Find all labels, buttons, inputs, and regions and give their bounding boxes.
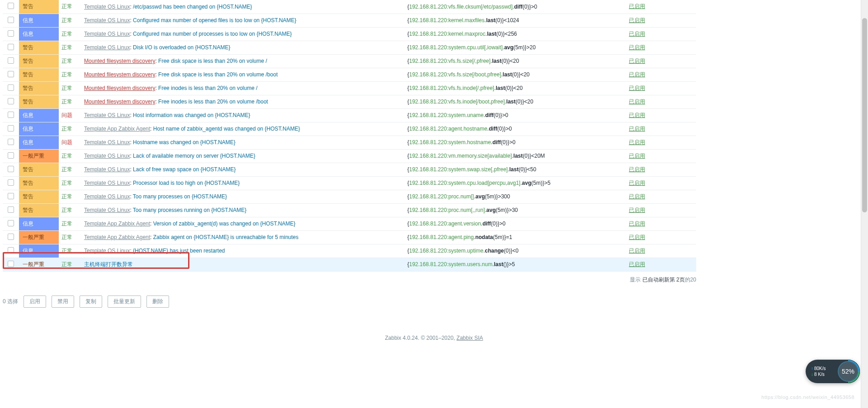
status-link[interactable]: 已启用 bbox=[629, 3, 645, 9]
source-link[interactable]: Template OS Linux bbox=[84, 112, 130, 118]
row-checkbox[interactable] bbox=[8, 57, 14, 64]
source-link[interactable]: Template OS Linux bbox=[84, 193, 130, 200]
status-link[interactable]: 已启用 bbox=[629, 31, 645, 37]
source-link[interactable]: Template OS Linux bbox=[84, 4, 130, 10]
item-key-link[interactable]: 192.168.81.220:vfs.fs.size[/,pfree] bbox=[409, 58, 491, 64]
row-checkbox[interactable] bbox=[8, 261, 14, 267]
item-key-link[interactable]: 192.168.81.220:vfs.fs.inode[/,pfree] bbox=[409, 85, 494, 91]
row-checkbox[interactable] bbox=[8, 220, 14, 226]
source-link[interactable]: Mounted filesystem discovery bbox=[84, 85, 155, 91]
source-link[interactable]: Template OS Linux bbox=[84, 207, 130, 213]
trigger-link[interactable]: Too many processes on {HOST.NAME} bbox=[133, 193, 227, 200]
source-link[interactable]: Mounted filesystem discovery bbox=[84, 98, 155, 105]
item-key-link[interactable]: 192.168.81.220:system.hostname bbox=[409, 139, 491, 145]
row-checkbox[interactable] bbox=[8, 112, 14, 118]
trigger-link[interactable]: Hostname was changed on {HOST.NAME} bbox=[133, 139, 236, 145]
status-link[interactable]: 已启用 bbox=[629, 71, 645, 78]
status-link[interactable]: 已启用 bbox=[629, 44, 645, 51]
source-link[interactable]: Mounted filesystem discovery bbox=[84, 71, 155, 78]
trigger-link[interactable]: /etc/passwd has been changed on {HOST.NA… bbox=[133, 4, 252, 10]
delete-button[interactable]: 删除 bbox=[146, 295, 169, 308]
item-key-link[interactable]: 192.168.81.220:kernel.maxfiles bbox=[409, 17, 485, 23]
trigger-link[interactable]: Free inodes is less than 20% on volume / bbox=[158, 85, 257, 91]
item-key-link[interactable]: 192.168.81.220:system.uptime bbox=[409, 248, 483, 254]
source-link[interactable]: Template OS Linux bbox=[84, 153, 130, 159]
item-key-link[interactable]: 192.168.81.220:system.cpu.util[,iowait] bbox=[409, 44, 503, 51]
source-link[interactable]: Template OS Linux bbox=[84, 248, 130, 254]
status-link[interactable]: 已启用 bbox=[629, 112, 645, 118]
item-key-link[interactable]: 192.168.81.220:agent.version bbox=[409, 220, 481, 227]
status-link[interactable]: 已启用 bbox=[629, 248, 645, 254]
massupdate-button[interactable]: 批量更新 bbox=[108, 295, 141, 308]
source-link[interactable]: Template OS Linux bbox=[84, 180, 130, 186]
status-link[interactable]: 已启用 bbox=[629, 58, 645, 64]
item-key-link[interactable]: 192.168.81.220:system.cpu.load[percpu,av… bbox=[409, 180, 520, 186]
trigger-link[interactable]: Configured max number of processes is to… bbox=[133, 31, 292, 37]
status-link[interactable]: 已启用 bbox=[629, 261, 645, 267]
trigger-link[interactable]: Too many processes running on {HOST.NAME… bbox=[133, 207, 246, 213]
status-link[interactable]: 已启用 bbox=[629, 98, 645, 105]
row-checkbox[interactable] bbox=[8, 152, 14, 159]
copy-button[interactable]: 复制 bbox=[80, 295, 102, 308]
item-key-link[interactable]: 192.168.81.220:vfs.fs.inode[/boot,pfree] bbox=[409, 98, 505, 105]
row-checkbox[interactable] bbox=[8, 3, 14, 9]
status-link[interactable]: 已启用 bbox=[629, 153, 645, 159]
row-checkbox[interactable] bbox=[8, 206, 14, 213]
scrollbar-thumb[interactable] bbox=[862, 18, 867, 212]
trigger-link[interactable]: Free disk space is less than 20% on volu… bbox=[158, 71, 278, 78]
trigger-link[interactable]: Processor load is too high on {HOST.NAME… bbox=[133, 180, 240, 186]
trigger-link[interactable]: 主机终端打开数异常 bbox=[84, 261, 133, 267]
row-checkbox[interactable] bbox=[8, 234, 14, 240]
item-key-link[interactable]: 192.168.81.220:vfs.fs.size[/boot,pfree] bbox=[409, 71, 501, 78]
row-checkbox[interactable] bbox=[8, 139, 14, 145]
row-checkbox[interactable] bbox=[8, 166, 14, 172]
trigger-link[interactable]: Free disk space is less than 20% on volu… bbox=[158, 58, 267, 64]
item-key-link[interactable]: 192.168.81.220:kernel.maxproc bbox=[409, 31, 486, 37]
source-link[interactable]: Mounted filesystem discovery bbox=[84, 58, 155, 64]
source-link[interactable]: Template App Zabbix Agent bbox=[84, 126, 150, 132]
trigger-link[interactable]: Host name of zabbix_agentd was changed o… bbox=[153, 126, 300, 132]
status-link[interactable]: 已启用 bbox=[629, 126, 645, 132]
item-key-link[interactable]: 192.168.81.220:vm.memory.size[available] bbox=[409, 153, 512, 159]
trigger-link[interactable]: Lack of available memory on server {HOST… bbox=[133, 153, 255, 159]
row-checkbox[interactable] bbox=[8, 179, 14, 186]
trigger-link[interactable]: Zabbix agent on {HOST.NAME} is unreachab… bbox=[153, 234, 299, 240]
row-checkbox[interactable] bbox=[8, 247, 14, 253]
item-key-link[interactable]: 192.168.81.220:proc.num[,,run] bbox=[409, 207, 485, 213]
item-key-link[interactable]: 192.168.81.220:proc.num[] bbox=[409, 193, 474, 200]
source-link[interactable]: Template OS Linux bbox=[84, 139, 130, 145]
item-key-link[interactable]: 192.168.81.220:agent.hostname bbox=[409, 126, 487, 132]
source-link[interactable]: Template OS Linux bbox=[84, 166, 130, 173]
trigger-link[interactable]: Free inodes is less than 20% on volume /… bbox=[158, 98, 268, 105]
item-key-link[interactable]: 192.168.81.220:system.swap.size[,pfree] bbox=[409, 166, 508, 173]
item-key-link[interactable]: 192.168.81.220:system.users.num bbox=[409, 261, 492, 267]
trigger-link[interactable]: {HOST.NAME} has just been restarted bbox=[133, 248, 225, 254]
status-link[interactable]: 已启用 bbox=[629, 180, 645, 186]
status-link[interactable]: 已启用 bbox=[629, 234, 645, 240]
row-checkbox[interactable] bbox=[8, 30, 14, 37]
trigger-link[interactable]: Version of zabbix_agent(d) was changed o… bbox=[153, 220, 296, 227]
row-checkbox[interactable] bbox=[8, 125, 14, 131]
trigger-link[interactable]: Configured max number of opened files is… bbox=[133, 17, 297, 23]
trigger-link[interactable]: Lack of free swap space on {HOST.NAME} bbox=[133, 166, 236, 173]
item-key-link[interactable]: 192.168.81.220:agent.ping bbox=[409, 234, 474, 240]
zabbix-sia-link[interactable]: Zabbix SIA bbox=[457, 335, 483, 341]
row-checkbox[interactable] bbox=[8, 17, 14, 23]
disable-button[interactable]: 禁用 bbox=[52, 295, 74, 308]
status-link[interactable]: 已启用 bbox=[629, 85, 645, 91]
row-checkbox[interactable] bbox=[8, 84, 14, 91]
status-link[interactable]: 已启用 bbox=[629, 193, 645, 200]
source-link[interactable]: Template OS Linux bbox=[84, 31, 130, 37]
row-checkbox[interactable] bbox=[8, 71, 14, 77]
item-key-link[interactable]: 192.168.81.220:system.uname bbox=[409, 112, 484, 118]
source-link[interactable]: Template App Zabbix Agent bbox=[84, 220, 150, 227]
row-checkbox[interactable] bbox=[8, 44, 14, 50]
source-link[interactable]: Template OS Linux bbox=[84, 44, 130, 51]
scrollbar[interactable] bbox=[861, 0, 868, 350]
status-link[interactable]: 已启用 bbox=[629, 139, 645, 145]
enable-button[interactable]: 启用 bbox=[24, 295, 46, 308]
trigger-link[interactable]: Disk I/O is overloaded on {HOST.NAME} bbox=[133, 44, 230, 51]
status-link[interactable]: 已启用 bbox=[629, 220, 645, 227]
trigger-link[interactable]: Host information was changed on {HOST.NA… bbox=[133, 112, 250, 118]
status-link[interactable]: 已启用 bbox=[629, 166, 645, 173]
